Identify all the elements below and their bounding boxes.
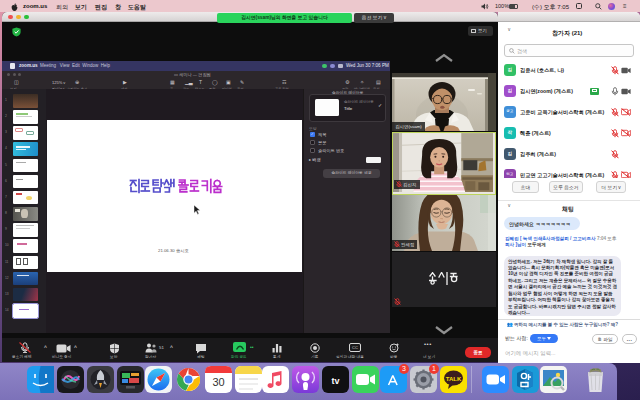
svg-text:TALK: TALK: [446, 376, 462, 382]
svg-text:1: 1: [432, 365, 436, 372]
svg-text:tv: tv: [331, 376, 339, 386]
svg-text:30: 30: [212, 376, 224, 388]
svg-text:3: 3: [402, 365, 406, 372]
